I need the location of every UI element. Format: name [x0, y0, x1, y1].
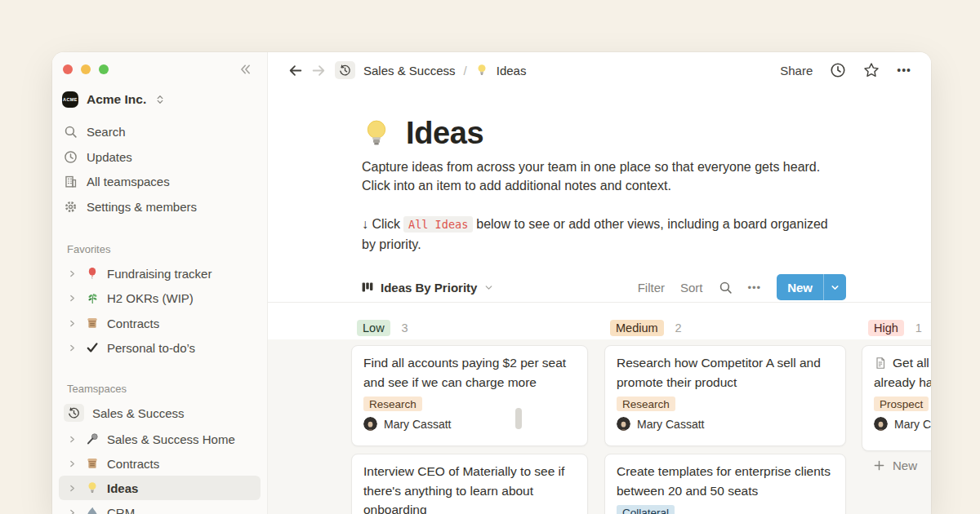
main-content: Sales & Success / Ideas Share ••• Ideas … [268, 52, 931, 514]
balloon-icon [86, 267, 99, 280]
clock-history-icon[interactable] [335, 61, 355, 79]
new-button-label[interactable]: New [777, 281, 823, 295]
column-badge-low[interactable]: Low [357, 320, 390, 336]
forward-arrow-icon[interactable] [311, 63, 327, 78]
add-card-label: New [893, 459, 917, 472]
person-name: Mary C [894, 418, 931, 431]
board-card[interactable]: Create templates for enterprise clients … [604, 454, 846, 514]
board-card[interactable]: Get all already ha Prospect Mary C [862, 345, 931, 451]
view-toolbar: Ideas By Priority Filter Sort ••• New [361, 273, 846, 301]
card-title: Research how Competitor A sell and promo… [617, 353, 834, 392]
page-title: Ideas [406, 116, 483, 151]
sidebar-item-label: CRM [107, 506, 135, 514]
chevron-right-icon[interactable] [67, 318, 78, 329]
hint-line: by priority. [362, 235, 868, 255]
minimize-window-button[interactable] [81, 64, 91, 74]
card-title-line: Get all [874, 353, 931, 373]
chevron-down-icon[interactable] [824, 282, 846, 293]
sort-button[interactable]: Sort [680, 281, 703, 295]
breadcrumb-teamspace[interactable]: Sales & Success [363, 64, 456, 78]
column-badge-medium[interactable]: Medium [610, 320, 664, 336]
card-tag: Prospect [874, 397, 929, 411]
share-button[interactable]: Share [780, 64, 813, 78]
description-line: Click into an item to add additional not… [362, 176, 868, 195]
search-icon[interactable] [719, 281, 733, 295]
clock-icon [64, 150, 78, 164]
column-badge-high[interactable]: High [868, 320, 904, 336]
card-tag: Collateral [617, 505, 675, 514]
sidebar-item-settings[interactable]: Settings & members [64, 194, 197, 219]
workspace-name: Acme Inc. [87, 92, 146, 107]
chevron-right-icon[interactable] [67, 343, 78, 353]
search-icon [64, 125, 78, 139]
board-card[interactable]: Find all accounts paying $2 per seat and… [351, 345, 588, 446]
hint-prefix: ↓ Click [362, 217, 400, 231]
add-card-button[interactable]: New [873, 459, 917, 472]
board-view-icon [361, 281, 374, 294]
card-title: Interview CEO of Materially to see if th… [363, 462, 576, 514]
sidebar-item-contracts-favorite[interactable]: Contracts [59, 311, 261, 335]
close-window-button[interactable] [63, 64, 73, 74]
zoom-window-button[interactable] [99, 64, 109, 74]
sidebar-item-sales-and-success[interactable]: Sales & Success [59, 401, 261, 425]
topbar: Sales & Success / Ideas Share ••• [268, 52, 931, 88]
sidebar-item-ideas[interactable]: Ideas [59, 476, 261, 500]
workspace-logo: ACME [62, 91, 78, 108]
microphone-icon [86, 432, 99, 445]
bulb-icon [475, 64, 488, 77]
favorites-section-label: Favorites [67, 243, 110, 255]
card-person: Mary Cassatt [363, 417, 576, 431]
building-icon [64, 175, 78, 188]
sidebar-item-updates[interactable]: Updates [64, 144, 132, 169]
chevron-right-icon[interactable] [67, 507, 78, 514]
sidebar-item-label: Personal to-do’s [107, 341, 195, 355]
view-more-options-icon[interactable]: ••• [748, 281, 762, 294]
sidebar-item-sales-success-home[interactable]: Sales & Success Home [59, 427, 261, 451]
board-card[interactable]: Interview CEO of Materially to see if th… [351, 454, 588, 514]
clock-history-icon [64, 404, 84, 422]
sidebar-item-contracts-teamspace[interactable]: Contracts [59, 451, 261, 476]
sidebar-item-label: Contracts [107, 317, 159, 330]
chevron-right-icon[interactable] [67, 434, 78, 445]
filter-button[interactable]: Filter [638, 281, 665, 295]
chevron-right-icon[interactable] [67, 459, 78, 469]
card-title-line: already ha [874, 373, 931, 392]
chevron-right-icon[interactable] [67, 293, 78, 304]
sidebar-item-h2-okrs[interactable]: H2 OKRs (WIP) [59, 286, 261, 310]
collapse-sidebar-icon[interactable] [238, 62, 252, 77]
star-icon[interactable] [863, 62, 880, 78]
avatar [617, 417, 630, 431]
app-window: ACME Acme Inc. Search Updates All teamsp… [52, 52, 931, 514]
toolbar-divider [268, 302, 931, 303]
workspace-switcher[interactable]: ACME Acme Inc. [62, 91, 166, 108]
sidebar-item-label: Settings & members [87, 200, 197, 214]
sidebar-item-personal-todos[interactable]: Personal to-do’s [59, 335, 261, 360]
breadcrumb-page[interactable]: Ideas [497, 64, 527, 78]
herb-icon [86, 291, 99, 304]
sidebar-item-label: Search [87, 125, 126, 139]
new-button[interactable]: New [777, 274, 846, 300]
more-options-icon[interactable]: ••• [897, 64, 911, 77]
back-arrow-icon[interactable] [287, 63, 303, 78]
scrollbar-thumb[interactable] [515, 408, 522, 429]
column-count: 1 [915, 321, 922, 335]
chevron-right-icon[interactable] [67, 268, 78, 279]
breadcrumb-separator: / [464, 64, 467, 78]
sidebar-item-all-teamspaces[interactable]: All teamspaces [64, 169, 170, 193]
hint-line: ↓ ClickAll Ideasbelow to see or add othe… [362, 215, 868, 235]
board-card[interactable]: Research how Competitor A sell and promo… [604, 345, 846, 446]
view-tab-ideas-by-priority[interactable]: Ideas By Priority [361, 281, 494, 295]
column-count: 2 [675, 321, 682, 335]
person-name: Mary Cassatt [384, 418, 451, 431]
person-name: Mary Cassatt [637, 418, 704, 431]
sidebar-item-search[interactable]: Search [64, 119, 126, 144]
chevron-right-icon[interactable] [67, 483, 78, 494]
workspace-select-icon [154, 94, 166, 105]
card-title-text: Get all [893, 353, 929, 373]
bulb-icon [361, 118, 392, 149]
sidebar-item-label: Fundraising tracker [107, 267, 212, 281]
clock-icon[interactable] [830, 62, 846, 78]
sidebar-item-crm[interactable]: CRM [59, 500, 261, 514]
column-header-low: Low 3 [357, 320, 408, 336]
sidebar-item-fundraising-tracker[interactable]: Fundraising tracker [59, 261, 261, 286]
